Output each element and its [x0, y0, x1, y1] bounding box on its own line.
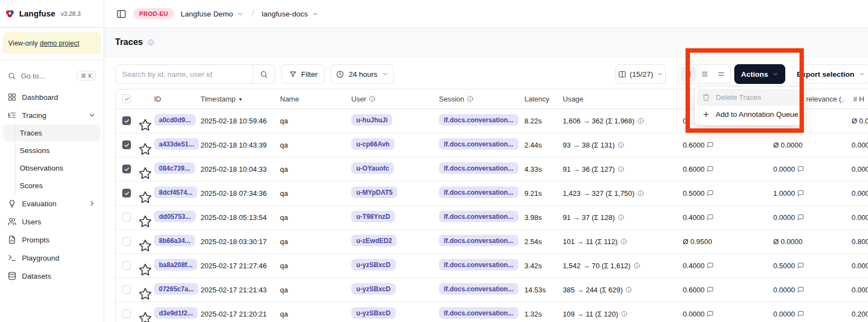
trace-id-badge[interactable]: 07265c7a...: [154, 283, 198, 295]
trace-id-badge[interactable]: 084c739...: [154, 162, 195, 174]
bookmark-star-icon[interactable]: [138, 262, 153, 278]
search-submit-button[interactable]: [253, 65, 275, 83]
table-row[interactable]: 084c739...2025-02-18 10:04:33qau-OYauofc…: [116, 157, 868, 181]
score-cell: 1.0000: [770, 181, 844, 205]
bookmark-star-icon[interactable]: [138, 190, 153, 205]
row-checkbox[interactable]: [122, 285, 131, 294]
row-height-small-button[interactable]: [681, 66, 696, 82]
sidebar-toggle-icon[interactable]: [116, 9, 127, 19]
sidebar-item-sessions[interactable]: Sessions: [3, 142, 100, 159]
table-row[interactable]: 8dcf4574...2025-02-18 07:34:36qau-MYpDAT…: [116, 181, 868, 205]
row-checkbox[interactable]: [122, 261, 131, 270]
demo-project-link[interactable]: demo project: [39, 39, 79, 47]
menu-item-delete-traces[interactable]: Delete Traces: [697, 89, 801, 106]
org-breadcrumb[interactable]: Langfuse Demo: [181, 10, 244, 18]
trace-id-badge[interactable]: a0cd0d9...: [154, 114, 196, 126]
user-id-badge[interactable]: u-zEwdED2: [351, 235, 397, 246]
user-id-badge[interactable]: u-yzSBxcD: [351, 307, 396, 319]
user-id-badge[interactable]: u-yzSBxcD: [351, 283, 396, 295]
sidebar-item-playground[interactable]: Playground: [3, 249, 100, 267]
table-row[interactable]: a433de51...2025-02-18 10:43:39qau-cp66Av…: [116, 133, 868, 157]
filter-button[interactable]: Filter: [281, 64, 325, 84]
col-name[interactable]: Name: [280, 89, 350, 109]
bookmark-star-icon[interactable]: [138, 238, 153, 253]
trace-id-badge[interactable]: d3e9d1f2...: [154, 307, 198, 319]
sidebar-item-users[interactable]: Users: [3, 213, 100, 230]
search-icon: [260, 70, 268, 78]
session-id-badge[interactable]: lf.docs.conversation...: [439, 187, 518, 198]
sidebar-item-scores[interactable]: Scores: [3, 177, 100, 194]
bookmark-star-icon[interactable]: [138, 166, 153, 181]
bookmark-star-icon[interactable]: [138, 117, 153, 133]
menu-item-add-to-annotation-queue[interactable]: Add to Annotation Queue: [697, 106, 801, 123]
table-row[interactable]: dd05753...2025-02-18 05:13:54qau-T98YnzD…: [116, 205, 868, 229]
chevron-down-icon: [88, 111, 96, 119]
bookmark-star-icon[interactable]: [138, 214, 153, 229]
select-all-checkbox[interactable]: [122, 94, 131, 103]
trace-id-badge[interactable]: a433de51...: [154, 138, 199, 150]
bookmark-star-icon[interactable]: [138, 142, 153, 157]
export-selection-button[interactable]: Export selection: [793, 64, 868, 84]
session-id-badge[interactable]: lf.docs.conversation...: [439, 162, 518, 174]
row-checkbox[interactable]: [122, 165, 131, 173]
col-timestamp[interactable]: Timestamp▼: [201, 89, 280, 109]
session-id-badge[interactable]: lf.docs.conversation...: [439, 235, 518, 246]
trace-id-badge[interactable]: 8dcf4574...: [154, 187, 197, 198]
row-checkbox[interactable]: [122, 237, 131, 246]
table-row[interactable]: ba8a208f...2025-02-17 21:27:46qau-yzSBxc…: [116, 253, 868, 278]
trace-id-badge[interactable]: 8b66a34...: [154, 235, 195, 246]
trace-id-badge[interactable]: ba8a208f...: [154, 259, 197, 270]
user-id-badge[interactable]: u-T98YnzD: [351, 211, 395, 222]
session-id-badge[interactable]: lf.docs.conversation...: [439, 114, 518, 126]
latency-cell: 14.53s: [522, 278, 561, 302]
brand-header: Langfuse v3.28.3: [0, 0, 104, 28]
sidebar-item-datasets[interactable]: Datasets: [3, 267, 100, 285]
sidebar-item-observations[interactable]: Observations: [3, 160, 100, 177]
trace-id-badge[interactable]: dd05753...: [154, 211, 196, 222]
col-user[interactable]: User: [350, 89, 438, 109]
page-header: Traces: [104, 28, 868, 57]
session-id-badge[interactable]: lf.docs.conversation...: [439, 138, 518, 150]
session-id-badge[interactable]: lf.docs.conversation...: [439, 307, 518, 319]
table-row[interactable]: 8b66a34...2025-02-18 03:30:17qau-zEwdED2…: [116, 229, 868, 253]
col-session[interactable]: Session: [438, 89, 522, 109]
col-usage[interactable]: Usage: [561, 89, 680, 109]
col-score-c[interactable]: # H: [844, 89, 868, 109]
row-height-medium-button[interactable]: [697, 66, 712, 82]
bookmark-star-icon[interactable]: [138, 286, 153, 302]
sidebar-item-prompts[interactable]: Prompts: [3, 231, 100, 248]
column-visibility-button[interactable]: (15/27): [615, 64, 666, 84]
row-checkbox[interactable]: [122, 309, 131, 318]
user-id-badge[interactable]: u-huJhuJi: [351, 114, 392, 126]
row-checkbox[interactable]: [122, 116, 131, 125]
environment-badge: PROD-EU: [133, 8, 174, 19]
table-row[interactable]: d3e9d1f2...2025-02-17 21:20:21qau-yzSBxc…: [116, 302, 868, 322]
user-id-badge[interactable]: u-OYauofc: [351, 162, 394, 174]
search-input[interactable]: [116, 70, 253, 78]
user-id-badge[interactable]: u-cp66Avh: [351, 138, 395, 150]
project-breadcrumb[interactable]: langfuse-docs: [262, 10, 319, 18]
sidebar-item-label: Scores: [20, 182, 43, 190]
user-id-badge[interactable]: u-yzSBxcD: [351, 259, 396, 270]
brand-name: Langfuse: [19, 9, 55, 18]
goto-search[interactable]: Go to... ⌘ K: [3, 67, 100, 84]
col-id[interactable]: ID: [153, 89, 201, 109]
latency-cell: 3.42s: [522, 253, 561, 278]
row-checkbox[interactable]: [122, 213, 131, 222]
sidebar-item-evaluation[interactable]: Evaluation: [3, 195, 100, 212]
row-height-large-button[interactable]: [713, 66, 729, 82]
user-id-badge[interactable]: u-MYpDAT5: [351, 187, 397, 198]
sidebar-item-traces[interactable]: Traces: [3, 125, 100, 142]
time-range-button[interactable]: 24 hours: [330, 64, 394, 84]
sidebar-item-dashboard[interactable]: Dashboard: [3, 88, 100, 106]
table-row[interactable]: 07265c7a...2025-02-17 21:21:43qau-yzSBxc…: [116, 278, 868, 302]
sidebar-item-tracing[interactable]: Tracing: [3, 106, 100, 124]
col-latency[interactable]: Latency: [522, 89, 561, 109]
actions-button[interactable]: Actions: [734, 64, 785, 84]
row-checkbox[interactable]: [122, 189, 131, 197]
session-id-badge[interactable]: lf.docs.conversation...: [439, 259, 518, 270]
session-id-badge[interactable]: lf.docs.conversation...: [439, 283, 518, 295]
row-checkbox[interactable]: [122, 140, 131, 149]
bookmark-star-icon[interactable]: [138, 310, 153, 322]
session-id-badge[interactable]: lf.docs.conversation...: [439, 211, 518, 222]
